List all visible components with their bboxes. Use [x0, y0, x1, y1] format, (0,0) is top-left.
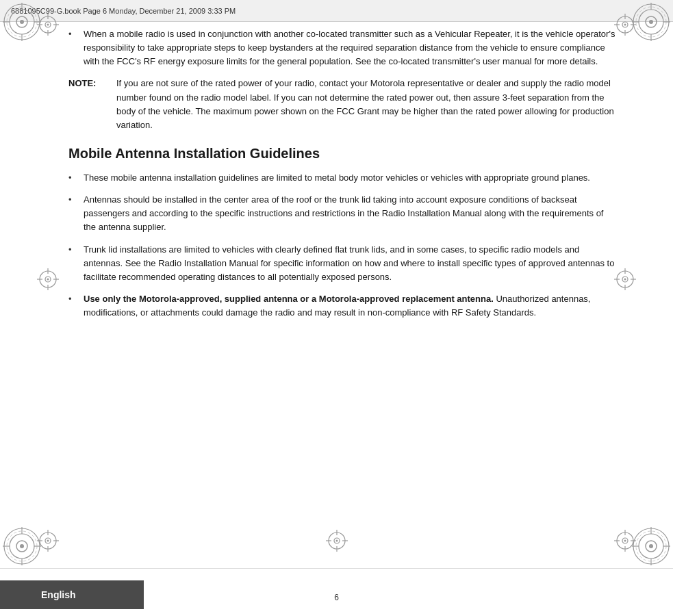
svg-point-21 [20, 544, 24, 548]
svg-point-52 [47, 279, 49, 281]
svg-point-30 [649, 544, 653, 548]
bullet-dot-3: • [68, 193, 79, 234]
bullet-item-2: • These mobile antenna installation guid… [68, 171, 618, 185]
bullet-dot-4: • [68, 243, 79, 284]
bottom-bar: English 6 [0, 568, 673, 616]
svg-point-80 [624, 540, 626, 542]
svg-point-38 [47, 24, 49, 26]
page-number: 6 [334, 593, 339, 602]
english-label-bar: English [0, 580, 144, 609]
svg-point-45 [624, 24, 626, 26]
svg-point-3 [20, 20, 24, 24]
bullet-dot-1: • [68, 27, 79, 68]
header-bar: 6881095C99-G.book Page 6 Monday, Decembe… [0, 0, 673, 22]
svg-point-59 [624, 279, 626, 281]
bullet-item-4: • Trunk lid installations are limited to… [68, 243, 618, 284]
section-heading: Mobile Antenna Installation Guidelines [68, 143, 618, 164]
bullet-item-3: • Antennas should be installed in the ce… [68, 193, 618, 234]
bullet-text-1: When a mobile radio is used in conjuncti… [84, 27, 618, 68]
bullet-text-5: Use only the Motorola-approved, supplied… [84, 292, 618, 320]
bullet-text-4: Trunk lid installations are limited to v… [84, 243, 618, 284]
note-block: NOTE: If you are not sure of the rated p… [68, 77, 618, 132]
crosshair-top-left [36, 12, 60, 37]
bullet-item-1: • When a mobile radio is used in conjunc… [68, 27, 618, 68]
svg-point-66 [47, 540, 49, 542]
bullet-item-5: • Use only the Motorola-approved, suppli… [68, 292, 618, 320]
bullet-dot-5: • [68, 292, 79, 320]
bold-antenna-text: Use only the Motorola-approved, supplied… [84, 294, 494, 304]
note-text: If you are not sure of the rated power o… [116, 77, 618, 132]
crosshair-mid-left [36, 267, 60, 292]
svg-point-12 [649, 20, 653, 24]
bullet-dot-2: • [68, 171, 79, 185]
english-label-text: English [41, 589, 76, 600]
main-content: • When a mobile radio is used in conjunc… [68, 27, 618, 561]
bullet-text-2: These mobile antenna installation guidel… [84, 171, 618, 185]
bullet-text-3: Antennas should be installed in the cent… [84, 193, 618, 234]
note-label: NOTE: [68, 77, 116, 132]
crosshair-bottom-left [36, 528, 60, 553]
